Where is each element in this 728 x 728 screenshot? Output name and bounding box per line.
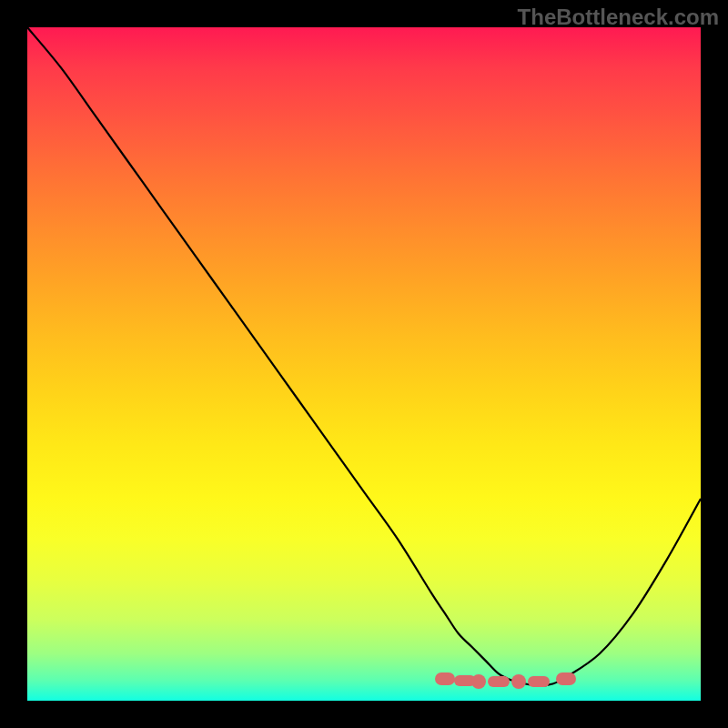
data-marker (528, 676, 550, 687)
data-marker (511, 674, 526, 689)
plot-area (27, 27, 701, 701)
data-marker (556, 672, 576, 685)
data-marker (471, 674, 486, 689)
watermark-text: TheBottleneck.com (518, 5, 719, 30)
data-marker (488, 676, 510, 687)
data-marker (435, 672, 455, 685)
chart-curve (27, 27, 701, 701)
